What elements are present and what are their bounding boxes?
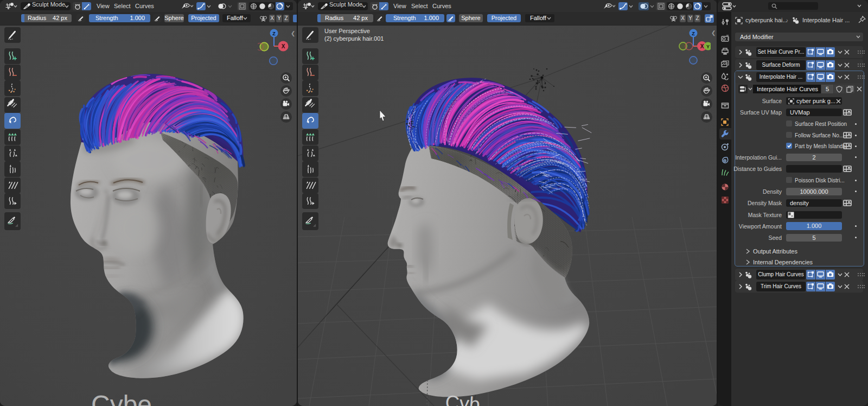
svg-text:Cybe: Cybe [91,390,152,406]
svg-text:X: X [700,43,704,49]
svg-text:X: X [282,43,285,49]
svg-text:Y: Y [706,44,710,49]
svg-text:Z: Z [272,31,276,36]
svg-text:Z: Z [692,31,695,36]
svg-text:Cyb: Cyb [444,391,481,406]
